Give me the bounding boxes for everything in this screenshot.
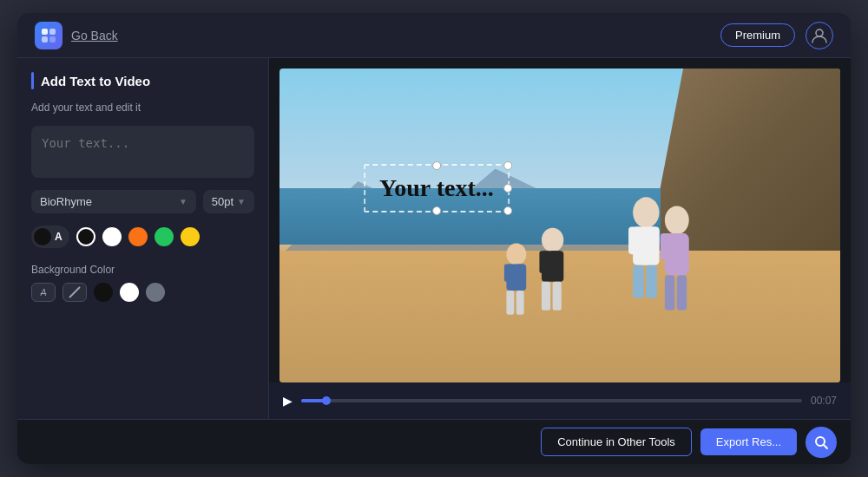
svg-rect-9 bbox=[628, 226, 641, 254]
section-title: Add Text to Video bbox=[31, 72, 254, 89]
color-swatch-yellow[interactable] bbox=[181, 227, 200, 246]
bg-swatch-none[interactable] bbox=[62, 283, 87, 302]
bg-swatch-gray[interactable] bbox=[146, 283, 165, 302]
svg-point-7 bbox=[633, 197, 659, 227]
svg-rect-28 bbox=[675, 233, 687, 259]
svg-rect-3 bbox=[49, 36, 56, 42]
svg-rect-17 bbox=[542, 281, 550, 310]
handle-top-right[interactable] bbox=[503, 161, 512, 170]
text-overlay-box: Your text... bbox=[364, 164, 510, 212]
svg-point-4 bbox=[816, 29, 823, 36]
subtitle-text: Add your text and edit it bbox=[31, 101, 254, 114]
app-window: Go Back Premium Add Text to Video Add yo… bbox=[17, 13, 851, 464]
svg-line-32 bbox=[824, 445, 827, 448]
color-swatch-orange[interactable] bbox=[128, 227, 148, 246]
svg-rect-2 bbox=[42, 36, 48, 42]
svg-rect-0 bbox=[42, 29, 48, 35]
color-toggle[interactable]: A bbox=[31, 225, 69, 248]
header-left: Go Back bbox=[35, 22, 118, 49]
bg-color-section: Background Color A bbox=[31, 260, 254, 302]
handle-bottom-right[interactable] bbox=[503, 206, 512, 215]
text-overlay-container[interactable]: Your text... bbox=[364, 164, 510, 212]
video-frame: Your text... bbox=[279, 69, 840, 382]
color-swatch-green[interactable] bbox=[155, 227, 174, 246]
color-swatch-black[interactable] bbox=[76, 227, 95, 246]
font-family-label: BioRhyme bbox=[40, 195, 174, 208]
font-size-label: 50pt bbox=[212, 195, 233, 208]
bg-swatch-black[interactable] bbox=[94, 283, 113, 302]
continue-button[interactable]: Continue in Other Tools bbox=[541, 428, 692, 456]
toggle-a-label: A bbox=[55, 231, 62, 243]
svg-rect-23 bbox=[506, 291, 514, 315]
search-fab[interactable] bbox=[806, 427, 837, 458]
bg-swatch-white[interactable] bbox=[120, 283, 139, 302]
playback-bar: ▶ 00:07 bbox=[269, 382, 851, 419]
main-content: Add Text to Video Add your text and edit… bbox=[17, 58, 851, 419]
svg-rect-30 bbox=[677, 275, 687, 310]
video-area: Your text... ▶ 00:07 bbox=[269, 58, 851, 419]
user-avatar[interactable] bbox=[806, 22, 833, 49]
bg-swatch-none-a[interactable]: A bbox=[31, 283, 56, 302]
font-controls: BioRhyme ▼ 50pt ▼ bbox=[31, 190, 254, 213]
handle-middle-right[interactable] bbox=[503, 184, 512, 193]
premium-button[interactable]: Premium bbox=[720, 23, 795, 47]
text-color-row: A bbox=[31, 225, 254, 248]
font-chevron-icon: ▼ bbox=[179, 197, 187, 206]
beach-background: Your text... bbox=[279, 69, 840, 382]
svg-rect-15 bbox=[539, 251, 549, 272]
svg-rect-11 bbox=[633, 265, 644, 297]
color-swatch-white[interactable] bbox=[102, 227, 122, 246]
svg-point-19 bbox=[506, 243, 526, 265]
sidebar: Add Text to Video Add your text and edit… bbox=[17, 58, 269, 419]
bg-color-row: A bbox=[31, 283, 254, 302]
handle-bottom-center[interactable] bbox=[432, 206, 441, 215]
svg-rect-16 bbox=[550, 251, 560, 272]
svg-rect-22 bbox=[515, 264, 523, 281]
video-container: Your text... bbox=[269, 58, 851, 382]
handle-top-center[interactable] bbox=[432, 161, 441, 170]
svg-rect-12 bbox=[646, 265, 657, 297]
go-back-link[interactable]: Go Back bbox=[71, 29, 118, 42]
export-button[interactable]: Export Res... bbox=[700, 428, 797, 455]
header-right: Premium bbox=[720, 22, 833, 49]
app-logo-icon bbox=[35, 22, 62, 49]
font-family-select[interactable]: BioRhyme ▼ bbox=[31, 190, 196, 213]
svg-rect-1 bbox=[49, 29, 56, 35]
video-text-overlay: Your text... bbox=[379, 174, 494, 201]
svg-rect-27 bbox=[661, 233, 672, 259]
svg-rect-18 bbox=[552, 281, 561, 310]
font-size-select[interactable]: 50pt ▼ bbox=[203, 190, 254, 213]
svg-rect-21 bbox=[504, 264, 513, 281]
progress-track[interactable] bbox=[301, 399, 802, 402]
size-chevron-icon: ▼ bbox=[237, 197, 246, 206]
play-button[interactable]: ▶ bbox=[283, 394, 293, 408]
section-title-bar bbox=[31, 72, 34, 89]
svg-rect-29 bbox=[665, 275, 674, 310]
section-title-text: Add Text to Video bbox=[41, 74, 150, 88]
svg-rect-10 bbox=[646, 226, 659, 254]
svg-point-25 bbox=[665, 206, 689, 234]
progress-thumb[interactable] bbox=[322, 396, 331, 405]
svg-line-5 bbox=[69, 287, 80, 297]
time-label: 00:07 bbox=[811, 395, 837, 407]
bg-color-label: Background Color bbox=[31, 264, 254, 276]
header: Go Back Premium bbox=[17, 13, 851, 58]
text-input[interactable] bbox=[31, 126, 254, 178]
toggle-circle bbox=[34, 228, 51, 245]
svg-point-13 bbox=[542, 227, 563, 252]
svg-rect-24 bbox=[516, 291, 524, 315]
footer: Continue in Other Tools Export Res... bbox=[17, 419, 851, 464]
